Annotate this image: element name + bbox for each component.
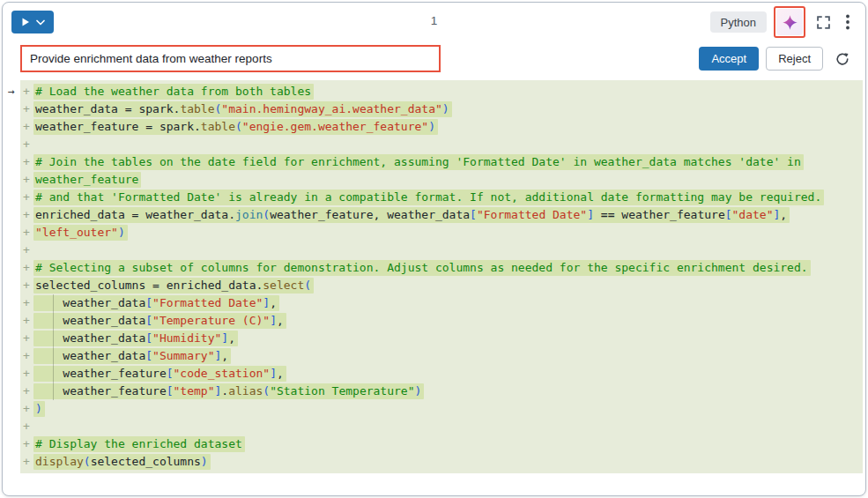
code-line[interactable]: +display(selected_columns): [20, 453, 863, 471]
code-line[interactable]: +enriched_data = weather_data.join(weath…: [20, 206, 863, 224]
code-line[interactable]: + weather_data["Temperature (C)"],: [20, 312, 863, 330]
accept-button[interactable]: Accept: [699, 47, 759, 71]
diff-added-text: ): [33, 401, 45, 417]
diff-added-marker: +: [23, 259, 33, 277]
code-line[interactable]: +# Selecting a subset of columns for dem…: [20, 259, 863, 277]
fullscreen-icon: [816, 15, 831, 30]
diff-added-text: # and that 'Formatted Date' is already i…: [33, 190, 824, 205]
diff-added-marker: +: [23, 189, 33, 206]
diff-added-text: display(selected_columns): [33, 454, 211, 470]
diff-added-text: weather_feature["temp"].alias("Station T…: [33, 383, 424, 399]
diff-added-text: # Join the tables on the date field for …: [33, 154, 804, 170]
reject-button[interactable]: Reject: [766, 47, 823, 71]
diff-added-marker: +: [23, 206, 33, 224]
diff-added-text: # Display the enriched dataset: [33, 436, 245, 452]
diff-added-marker: +: [23, 418, 33, 435]
diff-added-text: # Selecting a subset of columns for demo…: [33, 260, 811, 276]
diff-added-marker: +: [23, 136, 33, 153]
diff-added-marker: +: [23, 330, 33, 347]
code-line[interactable]: + weather_data["Summary"],: [20, 347, 863, 365]
diff-added-marker: +: [23, 400, 33, 418]
cell-toolbar: 1 Python: [3, 3, 865, 41]
diff-added-text: weather_feature = spark.table("engie.gem…: [33, 119, 438, 135]
kebab-menu-icon: [846, 14, 849, 30]
diff-added-text: # Load the weather data from both tables: [33, 84, 314, 100]
diff-added-marker: +: [23, 277, 33, 294]
diff-added-marker: +: [23, 171, 33, 189]
diff-added-text: weather_data["Temperature (C)"],: [33, 313, 286, 329]
code-line[interactable]: +weather_feature: [20, 171, 863, 189]
diff-added-text: "left_outer"): [33, 225, 128, 241]
diff-added-text: weather_feature["code_station"],: [33, 366, 286, 382]
diff-added-marker: +: [23, 453, 33, 471]
assistant-sparkle-icon: [782, 14, 798, 31]
code-line[interactable]: +: [20, 418, 863, 435]
diff-added-marker: +: [23, 118, 33, 136]
code-line[interactable]: +# Join the tables on the date field for…: [20, 153, 863, 171]
indent-guide: [53, 294, 54, 400]
code-line[interactable]: +: [20, 242, 863, 259]
assistant-sparkle-button[interactable]: [776, 9, 803, 35]
diff-added-text: weather_feature: [33, 172, 141, 188]
annotation-box-prompt: [20, 45, 441, 72]
diff-added-text: weather_data["Formatted Date"],: [33, 295, 279, 311]
diff-added-marker: +: [23, 83, 33, 100]
notebook-cell: 1 Python: [2, 2, 866, 496]
language-selector[interactable]: Python: [710, 11, 767, 33]
diff-added-text: weather_data["Humidity"],: [33, 331, 238, 346]
code-line[interactable]: + weather_feature["code_station"],: [20, 365, 863, 383]
code-line[interactable]: +): [20, 400, 863, 418]
diff-added-marker: +: [23, 365, 33, 383]
diff-added-marker: +: [23, 383, 33, 400]
code-line[interactable]: +# Display the enriched dataset: [20, 435, 863, 453]
diff-added-marker: +: [23, 100, 33, 118]
assistant-prompt-input[interactable]: [22, 47, 439, 71]
diff-added-marker: +: [23, 242, 33, 259]
assistant-prompt-bar: Accept Reject: [3, 41, 865, 80]
diff-added-marker: +: [23, 312, 33, 330]
code-line[interactable]: +: [20, 136, 863, 153]
code-line[interactable]: +weather_data = spark.table("main.heming…: [20, 100, 863, 118]
diff-added-marker: +: [23, 224, 33, 242]
diff-added-text: weather_data["Summary"],: [33, 348, 231, 364]
annotation-box-assistant: [774, 6, 805, 38]
regenerate-button[interactable]: [832, 48, 853, 71]
diff-added-marker: +: [23, 294, 33, 312]
code-line[interactable]: + weather_data["Formatted Date"],: [20, 294, 863, 312]
code-line[interactable]: + weather_data["Humidity"],: [20, 330, 863, 347]
code-line[interactable]: +weather_feature = spark.table("engie.ge…: [20, 118, 863, 136]
code-line[interactable]: +selected_columns = enriched_data.select…: [20, 277, 863, 294]
diff-added-marker: +: [23, 153, 33, 171]
code-block[interactable]: +# Load the weather data from both table…: [20, 80, 863, 473]
code-editor[interactable]: → +# Load the weather data from both tab…: [3, 80, 865, 473]
diff-added-marker: +: [23, 435, 33, 453]
code-line[interactable]: + weather_feature["temp"].alias("Station…: [20, 383, 863, 400]
code-line[interactable]: +# and that 'Formatted Date' is already …: [20, 189, 863, 206]
cell-menu-button[interactable]: [841, 11, 855, 33]
code-line[interactable]: +"left_outer"): [20, 224, 863, 242]
fullscreen-button[interactable]: [812, 11, 834, 33]
regenerate-icon: [835, 51, 850, 67]
diff-added-text: weather_data = spark.table("main.hemingw…: [33, 101, 452, 117]
diff-added-marker: +: [23, 347, 33, 365]
diff-added-text: enriched_data = weather_data.join(weathe…: [33, 207, 790, 223]
code-line[interactable]: +# Load the weather data from both table…: [20, 83, 863, 100]
diff-added-text: selected_columns = enriched_data.select(: [33, 278, 314, 294]
